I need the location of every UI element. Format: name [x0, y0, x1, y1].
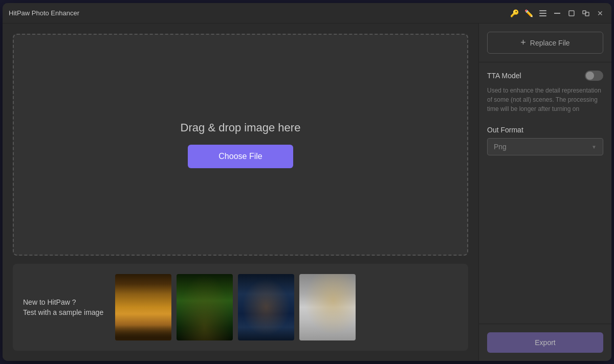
drop-zone[interactable]: Drag & drop image here Choose File: [13, 34, 468, 256]
toggle-knob: [586, 72, 594, 80]
out-format-label: Out Format: [487, 126, 603, 134]
right-bottom-section: Export: [479, 324, 611, 361]
app-title: HitPaw Photo Enhancer: [9, 9, 79, 17]
right-top-section: + Replace File: [479, 24, 611, 62]
sample-text: New to HitPaw ? Test with a sample image: [23, 298, 105, 316]
plus-icon: +: [520, 37, 526, 48]
close-icon[interactable]: ✕: [595, 8, 605, 18]
out-format-select[interactable]: Png ▼: [487, 138, 603, 155]
svg-rect-0: [539, 10, 546, 11]
tta-model-row: TTA Model: [487, 71, 603, 81]
app-window: HitPaw Photo Enhancer 🔑 ✏️: [3, 3, 611, 361]
select-arrow-icon: ▼: [591, 144, 597, 150]
left-panel: Drag & drop image here Choose File New t…: [3, 24, 478, 361]
svg-rect-1: [539, 13, 546, 14]
replace-file-button[interactable]: + Replace File: [487, 32, 603, 54]
key-icon[interactable]: 🔑: [509, 8, 519, 18]
tta-model-label: TTA Model: [487, 72, 521, 80]
sample-text-line2: Test with a sample image: [23, 308, 105, 316]
title-bar-controls: 🔑 ✏️: [509, 8, 605, 18]
choose-file-button[interactable]: Choose File: [188, 145, 293, 168]
main-layout: Drag & drop image here Choose File New t…: [3, 24, 611, 361]
tta-description: Used to enhance the detail representatio…: [487, 86, 603, 113]
drop-zone-text: Drag & drop image here: [181, 121, 301, 134]
minimize-icon[interactable]: [552, 8, 562, 18]
sample-image-magical-forest[interactable]: [177, 274, 233, 340]
sample-text-line1: New to HitPaw ?: [23, 298, 105, 306]
pen-icon[interactable]: ✏️: [523, 8, 534, 18]
sample-image-eiffel-tower[interactable]: [238, 274, 294, 340]
tta-model-toggle[interactable]: [585, 71, 603, 81]
sample-images: [115, 274, 458, 340]
export-button[interactable]: Export: [487, 332, 603, 353]
sample-image-dog-portrait[interactable]: [299, 274, 356, 340]
replace-file-label: Replace File: [530, 39, 570, 47]
right-panel: + Replace File TTA Model Used to enhance…: [478, 24, 611, 361]
svg-rect-2: [539, 15, 546, 16]
menu-icon[interactable]: [538, 8, 548, 18]
svg-rect-4: [569, 11, 574, 16]
restore-icon[interactable]: [566, 8, 577, 18]
sample-panel: New to HitPaw ? Test with a sample image: [13, 264, 468, 351]
svg-rect-3: [554, 13, 560, 14]
sample-image-autumn-forest[interactable]: [115, 274, 171, 340]
title-bar: HitPaw Photo Enhancer 🔑 ✏️: [3, 3, 611, 24]
maximize-icon[interactable]: [581, 8, 591, 18]
out-format-value: Png: [494, 143, 507, 151]
right-settings-section: TTA Model Used to enhance the detail rep…: [479, 62, 611, 324]
